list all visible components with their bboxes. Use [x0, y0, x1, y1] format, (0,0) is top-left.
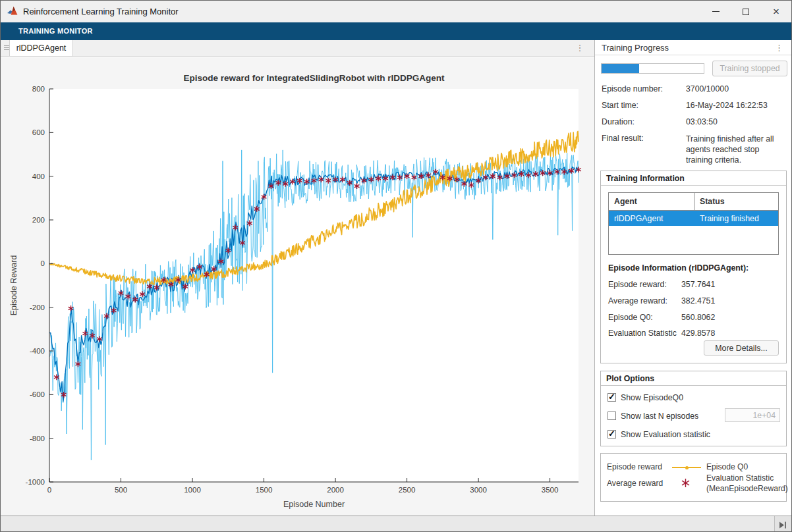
- panel-title: Training Progress: [602, 40, 669, 55]
- window-controls: ×: [700, 1, 791, 22]
- y-tick-label: 800: [32, 85, 45, 93]
- start-time-value: 16-May-2024 16:22:53: [686, 101, 786, 110]
- y-tick-label: 400: [32, 173, 45, 180]
- y-tick-label: -600: [30, 390, 45, 398]
- window-title: Reinforcement Learning Training Monitor: [23, 1, 179, 22]
- chart-title: Episode reward for IntegratedSlidingRobo…: [183, 73, 445, 83]
- legend-episode-q0-label: Episode Q0: [706, 462, 748, 471]
- minimize-icon: [712, 11, 720, 12]
- episode-number-label: Episode number:: [602, 84, 685, 93]
- x-tick-label: 1500: [256, 486, 273, 494]
- legend-average-reward-label: Average reward: [607, 479, 663, 488]
- x-tick-label: 2500: [399, 486, 416, 494]
- x-tick-label: 1000: [184, 486, 201, 494]
- average-reward-label: Average reward:: [608, 296, 667, 306]
- plot-options-title: Plot Options: [601, 371, 786, 386]
- status-cell: Training finished: [694, 211, 778, 226]
- bottom-status-bar: [1, 516, 791, 532]
- y-tick-label: 600: [32, 128, 45, 136]
- document-tab-strip: rlDDPGAgent ⋮: [1, 40, 594, 57]
- y-axis-label: Episode Reward: [9, 255, 18, 316]
- progress-fill: [602, 64, 639, 73]
- panel-header: Training Progress ⋮: [595, 40, 792, 55]
- bottom-bar-divider: [774, 516, 775, 532]
- final-result-value: Training finished after all agents reach…: [686, 134, 786, 165]
- training-progress-panel: Training Progress ⋮ Training stopped Epi…: [595, 40, 792, 516]
- evaluation-statistic-label: Evaluation Statistic: [608, 329, 677, 338]
- show-last-n-episodes-checkbox[interactable]: [608, 412, 616, 420]
- x-tick-label: 2000: [327, 486, 344, 494]
- episode-reward-chart: -1000-800-600-400-2000200400600800050010…: [1, 57, 594, 516]
- panel-menu-kebab-icon[interactable]: ⋮: [775, 43, 783, 52]
- close-button[interactable]: ×: [761, 1, 791, 22]
- y-tick-label: 200: [32, 216, 45, 224]
- show-episodeq0-label: Show EpisodeQ0: [621, 393, 683, 402]
- x-tick-label: 3500: [542, 486, 559, 494]
- more-details-button[interactable]: More Details...: [704, 340, 779, 356]
- status-column-header: Status: [694, 193, 778, 210]
- legend-evaluation-statistic-label2: (MeanEpisodeReward): [706, 484, 788, 493]
- episode-q0-dot-marker: [685, 466, 689, 469]
- plot-options-section: Plot Options Show EpisodeQ0 Show last N …: [600, 371, 787, 446]
- training-information-title: Training Information: [601, 171, 786, 186]
- training-information-section: Training Information Agent Status rlDDPG…: [600, 171, 787, 363]
- agent-status-table: Agent Status rlDDPGAgent Training finish…: [608, 192, 779, 255]
- x-axis-label: Episode Number: [283, 500, 345, 509]
- tab-rlddpgagent[interactable]: rlDDPGAgent: [9, 40, 73, 57]
- episode-information-title: Episode Information (rlDDPGAgent):: [608, 263, 749, 273]
- episode-q0-label: Episode Q0:: [608, 313, 653, 322]
- chart-legend: Episode reward Average reward Episode Q0…: [600, 453, 787, 502]
- final-result-label: Final result:: [602, 134, 685, 143]
- episode-reward-value: 357.7641: [681, 280, 715, 289]
- agent-cell: rlDDPGAgent: [609, 211, 694, 226]
- y-tick-label: 0: [41, 259, 45, 267]
- evaluation-statistic-value: 429.8578: [681, 329, 715, 338]
- episode-reward-label: Episode reward:: [608, 280, 667, 289]
- show-evaluation-statistic-label: Show Evaluation statistic: [621, 430, 710, 439]
- episode-q0-value: 560.8062: [681, 313, 715, 322]
- show-episodeq0-checkbox[interactable]: [608, 393, 616, 402]
- y-tick-label: -400: [30, 347, 45, 355]
- ribbon: TRAINING MONITOR: [1, 22, 791, 40]
- app-window: Reinforcement Learning Training Monitor …: [0, 0, 792, 532]
- table-row[interactable]: rlDDPGAgent Training finished: [609, 211, 778, 226]
- show-evaluation-statistic-checkbox[interactable]: [608, 430, 616, 439]
- tab-overflow-kebab-icon[interactable]: ⋮: [573, 43, 586, 52]
- x-tick-label: 500: [115, 486, 127, 494]
- training-plot-figure: -1000-800-600-400-2000200400600800050010…: [1, 57, 594, 516]
- maximize-icon: [743, 9, 749, 15]
- legend-evaluation-statistic-label: Evaluation Statistic: [706, 473, 774, 483]
- start-time-label: Start time:: [602, 101, 685, 110]
- legend-episode-reward-label: Episode reward: [607, 462, 662, 471]
- x-tick-label: 3000: [470, 486, 487, 494]
- x-tick-label: 0: [47, 486, 51, 494]
- y-tick-label: -1000: [26, 478, 45, 486]
- expand-panel-skip-to-end-icon[interactable]: [779, 521, 787, 529]
- average-reward-value: 382.4751: [681, 296, 715, 306]
- y-tick-label: -200: [30, 304, 45, 311]
- duration-label: Duration:: [602, 117, 685, 126]
- episode-number-value: 3700/10000: [686, 84, 786, 93]
- matlab-logo-icon: [7, 6, 18, 16]
- last-n-episodes-input[interactable]: [725, 408, 780, 422]
- maximize-button[interactable]: [731, 1, 761, 22]
- evaluation-statistic-asterisk-marker: [681, 478, 691, 488]
- title-bar: Reinforcement Learning Training Monitor …: [1, 1, 791, 22]
- close-icon: ×: [773, 6, 779, 17]
- ribbon-tab-training-monitor[interactable]: TRAINING MONITOR: [18, 22, 93, 40]
- minimize-button[interactable]: [700, 1, 731, 22]
- training-progress-bar: [601, 63, 704, 74]
- duration-value: 03:03:50: [686, 117, 786, 126]
- table-header-row: Agent Status: [609, 193, 778, 211]
- agent-column-header: Agent: [609, 193, 694, 210]
- y-tick-label: -800: [30, 435, 45, 442]
- show-last-n-episodes-label: Show last N episodes: [621, 412, 698, 421]
- training-stopped-button[interactable]: Training stopped: [712, 61, 787, 76]
